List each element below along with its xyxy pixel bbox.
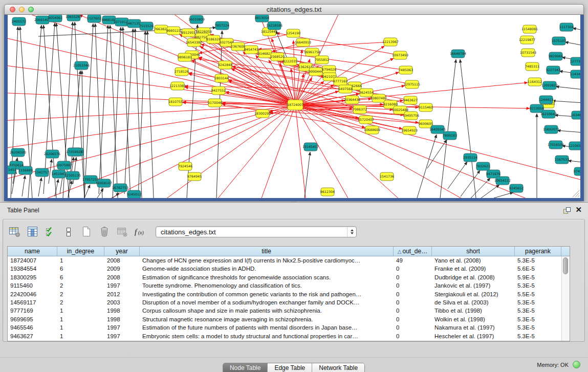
cell-title[interactable]: Corpus callosum shape and size in male p…: [140, 307, 394, 315]
graph-node[interactable]: 2935114: [463, 154, 477, 162]
table-selector[interactable]: citations_edges.txt: [156, 226, 357, 237]
graph-node[interactable]: 17359928: [66, 148, 82, 156]
table-row[interactable]: 911546021997Tourette syndrome. Phenomeno…: [8, 281, 561, 290]
graph-node[interactable]: 7955812: [315, 56, 329, 64]
graph-node[interactable]: 2803144: [214, 74, 229, 82]
table-row[interactable]: 2242004622012Investigating the contribut…: [8, 290, 561, 298]
cell-in_degree[interactable]: 6: [57, 265, 104, 273]
graph-node[interactable]: 9170046: [208, 99, 222, 107]
graph-node[interactable]: 12219877: [519, 36, 535, 44]
graph-node[interactable]: 10731543: [520, 49, 536, 57]
rows-icon[interactable]: [62, 225, 75, 238]
cell-short[interactable]: Tibbo et al. (1998): [432, 307, 515, 315]
cell-name[interactable]: 22420046: [8, 290, 57, 298]
graph-node[interactable]: 9242848: [218, 61, 232, 69]
cell-short[interactable]: Wolkin et al. (1998): [432, 315, 515, 323]
cell-title[interactable]: Genome-wide association studies in ADHD.: [140, 265, 394, 273]
graph-node[interactable]: 10973493: [392, 51, 408, 59]
cell-title[interactable]: Investigating the contribution of common…: [140, 290, 394, 298]
graph-node[interactable]: 19495756: [403, 112, 419, 120]
graph-node[interactable]: 1244413: [539, 96, 553, 104]
table-row[interactable]: 946554611997Estimation of the future num…: [8, 323, 561, 332]
table-settings-icon[interactable]: [8, 225, 21, 238]
graph-node[interactable]: 12093822: [541, 81, 558, 90]
table-row[interactable]: 946362711997Embryonic stem cells: a mode…: [8, 332, 561, 340]
graph-node[interactable]: 12975115: [404, 80, 420, 89]
graph-node[interactable]: 7832621: [476, 162, 490, 170]
cell-name[interactable]: 9777169: [8, 307, 57, 315]
graph-node[interactable]: 8222035: [283, 57, 297, 65]
cell-out_de[interactable]: 0: [394, 315, 432, 323]
cell-title[interactable]: Structural magnetic resonance image aver…: [140, 315, 394, 323]
cell-in_degree[interactable]: 2: [57, 298, 104, 307]
graph-node[interactable]: 1254190: [286, 29, 300, 37]
graph-node[interactable]: 15720407: [358, 116, 374, 124]
cell-short[interactable]: Dudbridge et al. (2008): [432, 273, 515, 281]
graph-node[interactable]: 3624554: [359, 89, 374, 97]
graph-node[interactable]: 8186328: [206, 35, 221, 43]
graph-node[interactable]: 8912955: [181, 29, 195, 37]
graph-node[interactable]: 12213967: [382, 38, 399, 46]
graph-node[interactable]: 3911451: [8, 166, 16, 174]
graph-node[interactable]: 7899183: [443, 132, 457, 140]
graph-node[interactable]: 8454743: [244, 46, 258, 54]
cell-pagerank[interactable]: 5.9E-5: [515, 273, 561, 281]
graph-node[interactable]: 8764945: [187, 172, 202, 181]
cell-out_de[interactable]: 0: [394, 298, 432, 307]
cell-out_de[interactable]: 0: [394, 273, 432, 281]
graph-node[interactable]: 19145457: [302, 143, 319, 151]
graph-hub-node[interactable]: 18724007: [287, 100, 303, 110]
graph-node[interactable]: 9463627: [403, 96, 418, 104]
cell-pagerank[interactable]: 5.3E-5: [515, 332, 561, 340]
graph-node[interactable]: 1117304: [559, 23, 574, 31]
cell-short[interactable]: Stergiakouli et al. (2012): [432, 290, 515, 298]
scrollbar-thumb[interactable]: [563, 257, 568, 274]
graph-node[interactable]: 1167533: [555, 156, 569, 164]
graph-node[interactable]: 1527602: [87, 15, 101, 23]
close-panel-icon[interactable]: ✕: [575, 205, 582, 214]
column-header-short[interactable]: short: [432, 247, 515, 256]
cell-out_de[interactable]: 0: [394, 307, 432, 315]
zoom-button[interactable]: [28, 7, 34, 12]
function-builder-icon[interactable]: f(x): [134, 225, 147, 238]
table-row[interactable]: 1938455462009Genome-wide association stu…: [8, 265, 561, 273]
graph-node[interactable]: 16958107: [96, 179, 112, 187]
graph-node[interactable]: 9054061: [48, 15, 62, 22]
cell-title[interactable]: Embryonic stem cells: a model to study s…: [140, 332, 394, 340]
cell-short[interactable]: Yano et al. (2008): [432, 256, 515, 265]
graph-node[interactable]: 2367608: [231, 42, 245, 51]
cell-title[interactable]: Estimation of significance thresholds fo…: [140, 273, 394, 281]
graph-node[interactable]: 1156889: [18, 166, 33, 174]
cell-out_de[interactable]: 0: [394, 265, 432, 273]
graph-node[interactable]: 9777169: [333, 77, 347, 85]
minimize-button[interactable]: [19, 7, 25, 12]
cell-pagerank[interactable]: 5.3E-5: [515, 323, 561, 332]
graph-node[interactable]: 10654112: [494, 177, 511, 185]
graph-node[interactable]: 1634650: [571, 111, 580, 119]
cell-title[interactable]: Disruption of a novel member of a sodium…: [140, 298, 394, 307]
cell-in_degree[interactable]: 1: [57, 332, 104, 340]
graph-node[interactable]: 9829966: [549, 52, 563, 60]
cell-short[interactable]: Franke et al. (2009): [432, 265, 515, 273]
graph-node[interactable]: 7857224: [215, 21, 229, 30]
graph-node[interactable]: 26206500: [10, 148, 26, 157]
cell-title[interactable]: Estimation of the future numbers of pati…: [140, 323, 394, 332]
cell-title[interactable]: Tourette syndrome. Phenomenology and cla…: [140, 281, 394, 290]
graph-node[interactable]: 16961758: [304, 48, 320, 56]
cell-name[interactable]: 19384554: [8, 265, 57, 273]
cell-name[interactable]: 9463627: [8, 332, 57, 340]
graph-node[interactable]: 1451947: [52, 170, 66, 178]
cell-year[interactable]: 1998: [104, 315, 140, 323]
cell-in_degree[interactable]: 2: [57, 290, 104, 298]
new-table-icon[interactable]: [80, 225, 93, 238]
graph-node[interactable]: 7924546: [178, 162, 192, 170]
graph-node[interactable]: 1541736: [380, 172, 394, 181]
cell-pagerank[interactable]: 5.6E-5: [515, 265, 561, 273]
cell-pagerank[interactable]: 5.5E-5: [515, 290, 561, 298]
cell-in_degree[interactable]: 6: [57, 273, 104, 281]
cell-in_degree[interactable]: 2: [57, 281, 104, 290]
cell-name[interactable]: 9465546: [8, 323, 57, 332]
column-header-out_de[interactable]: △out_de…: [394, 247, 432, 256]
graph-node[interactable]: 7485311: [525, 62, 539, 71]
cell-name[interactable]: 18724007: [8, 256, 57, 265]
